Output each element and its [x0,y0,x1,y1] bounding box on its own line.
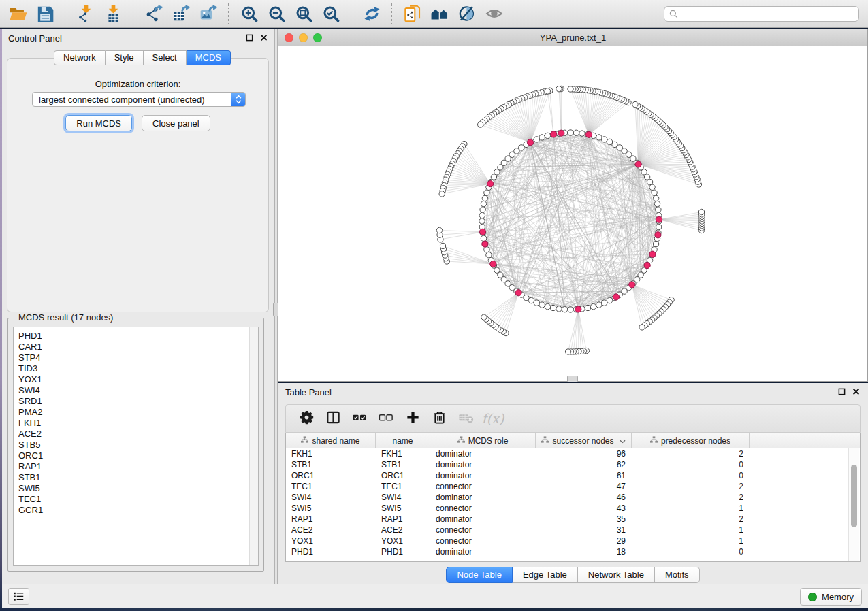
float-panel-icon[interactable] [246,34,253,42]
horizontal-splitter-handle[interactable] [567,376,578,382]
table-scrollbar[interactable] [848,448,859,561]
table-header-row: shared namenameMCDS rolesuccessor nodesp… [286,433,860,448]
tab-mcds[interactable]: MCDS [187,50,231,65]
task-list-icon [12,590,25,603]
table-cell: 0 [632,547,750,557]
mcds-result-item[interactable]: ACE2 [18,429,258,440]
tab-select[interactable]: Select [144,50,187,65]
mcds-result-item[interactable]: TEC1 [18,494,258,505]
import-network-button[interactable] [74,2,98,25]
column-header-successor-nodes[interactable]: successor nodes [536,433,632,448]
close-panel-icon[interactable] [852,388,860,395]
mcds-result-item[interactable]: CAR1 [18,342,258,352]
column-label: predecessor nodes [661,436,730,446]
zoom-selected-button[interactable] [319,2,343,25]
table-options-gear-icon [299,410,315,428]
tab-network[interactable]: Network [54,50,106,65]
tab-network-table[interactable]: Network Table [578,567,655,583]
network-canvas[interactable] [278,46,867,381]
show-columns-button[interactable] [324,410,342,427]
optimization-criterion-select[interactable]: largest connected component (undirected) [32,92,246,107]
column-header-shared-name[interactable]: shared name [286,433,376,448]
zoom-window-icon[interactable] [313,33,322,42]
mcds-result-item[interactable]: SWI5 [18,483,258,494]
deselect-all-columns-button[interactable] [377,410,395,427]
table-cell: 2 [632,514,750,524]
export-image-button[interactable] [196,2,221,25]
mcds-result-item[interactable]: STP4 [18,352,258,363]
mcds-result-item[interactable]: TID3 [18,363,258,374]
show-graphics-details-button[interactable] [482,2,507,25]
table-body: FKH1FKH1dominator962STB1STB1dominator620… [286,448,860,557]
run-mcds-button[interactable]: Run MCDS [65,115,132,131]
mcds-result-item[interactable]: PMA2 [18,407,258,418]
column-label: successor nodes [552,436,613,446]
column-header-mcds-role[interactable]: MCDS role [430,433,536,448]
table-row[interactable]: ACE2ACE2connector311 [286,525,860,535]
select-value: largest connected component (undirected) [33,95,231,105]
mcds-result-group: MCDS result (17 nodes) PHD1CAR1STP4TID3Y… [7,318,264,572]
float-panel-icon[interactable] [838,388,846,395]
duplicate-network-icon [404,5,422,23]
mcds-result-item[interactable]: SRD1 [18,396,258,407]
list-scrollbar[interactable] [249,327,258,565]
mcds-result-item[interactable]: YOX1 [18,374,258,385]
minimize-window-icon[interactable] [299,33,308,42]
table-row[interactable]: SWI4SWI4dominator462 [286,492,860,503]
zoom-out-button[interactable] [264,2,289,25]
close-window-icon[interactable] [285,33,293,42]
scrollbar-thumb[interactable] [851,465,857,527]
table-row[interactable]: STB1STB1dominator620 [286,459,860,470]
delete-table-button [457,410,475,427]
refresh-layout-button[interactable] [359,2,384,25]
mcds-result-item[interactable]: ORC1 [18,450,258,461]
table-options-gear-button[interactable] [298,410,315,427]
table-cell: connector [430,482,536,491]
mcds-result-item[interactable]: FKH1 [18,418,258,429]
network-graph[interactable] [278,46,867,381]
zoom-in-button[interactable] [237,2,261,25]
save-session-button[interactable] [33,2,57,25]
task-history-button[interactable] [8,588,29,605]
column-header-predecessor-nodes[interactable]: predecessor nodes [632,433,750,448]
mcds-result-item[interactable]: PHD1 [18,331,258,342]
search-input[interactable] [679,9,858,20]
select-all-columns-button[interactable] [351,410,368,427]
table-cell: SWI5 [376,503,430,513]
duplicate-network-button[interactable] [400,2,425,25]
table-row[interactable]: SWI5SWI5connector431 [286,503,860,514]
mcds-result-item[interactable]: SWI4 [18,385,258,396]
memory-button[interactable]: Memory [800,588,862,606]
window-traffic-lights [285,33,322,42]
export-network-button[interactable] [142,2,166,25]
table-row[interactable]: YOX1YOX1connector291 [286,535,860,546]
zoom-fit-icon [295,5,313,23]
table-row[interactable]: FKH1FKH1dominator962 [286,448,860,459]
table-row[interactable]: RAP1RAP1dominator352 [286,514,860,525]
tab-edge-table[interactable]: Edge Table [513,567,578,583]
delete-columns-button[interactable] [430,410,448,427]
mcds-result-item[interactable]: RAP1 [18,461,258,472]
close-panel-icon[interactable] [260,34,268,42]
first-neighbors-button[interactable] [428,2,452,25]
mcds-result-item[interactable]: STB1 [18,472,258,483]
mcds-result-list[interactable]: PHD1CAR1STP4TID3YOX1SWI4SRD1PMA2FKH1ACE2… [13,327,259,566]
close-panel-button[interactable]: Close panel [142,115,210,131]
open-file-button[interactable] [5,2,30,25]
mcds-result-item[interactable]: GCR1 [18,505,258,516]
hide-graphics-details-button[interactable] [455,2,479,25]
table-row[interactable]: TEC1TEC1connector472 [286,481,860,492]
node-table: shared namenameMCDS rolesuccessor nodesp… [285,433,861,562]
export-table-button[interactable] [169,2,193,25]
table-row[interactable]: PHD1PHD1dominator180 [286,546,860,557]
table-row[interactable]: ORC1ORC1dominator610 [286,470,860,481]
tab-style[interactable]: Style [106,50,144,65]
create-column-button[interactable] [404,410,421,427]
zoom-fit-button[interactable] [291,2,316,25]
column-header-name[interactable]: name [376,433,430,448]
import-table-button[interactable] [101,2,125,25]
search-box[interactable] [664,6,859,22]
tab-node-table[interactable]: Node Table [446,567,513,583]
tab-motifs[interactable]: Motifs [655,567,700,583]
mcds-result-item[interactable]: STB5 [18,440,258,450]
